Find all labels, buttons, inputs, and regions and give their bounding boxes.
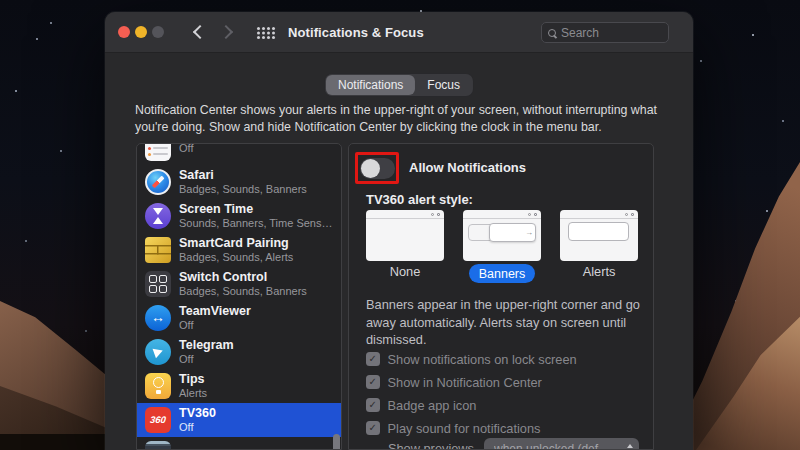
allow-notifications-toggle[interactable] (360, 158, 395, 179)
show-all-grid-icon[interactable] (257, 27, 260, 30)
checkbox-play-sound[interactable]: ✓ Play sound for notifications (366, 421, 577, 435)
screen-time-icon (145, 203, 171, 229)
alert-style-options: None Banners Alerts (366, 264, 638, 283)
app-list: Off Safari Badges, Sounds, Banners Scree… (136, 143, 342, 450)
teamviewer-icon (145, 305, 171, 331)
style-option-banners[interactable]: Banners (463, 264, 541, 283)
menubar-icons (625, 213, 635, 217)
list-item-safari[interactable]: Safari Badges, Sounds, Banners (137, 165, 341, 199)
tips-icon (145, 373, 171, 399)
tab-bar: Notifications Focus (325, 74, 473, 96)
telegram-icon (145, 339, 171, 365)
search-input[interactable] (561, 26, 662, 40)
stars (0, 0, 2, 2)
switch-control-icon (145, 271, 171, 297)
selected-style-pill: Banners (469, 264, 536, 283)
highlight-box (355, 152, 399, 184)
checkbox-notification-center[interactable]: ✓ Show in Notification Center (366, 375, 577, 389)
toggle-knob (361, 159, 380, 178)
search-icon (548, 29, 556, 37)
intro-text: Notification Center shows your alerts in… (135, 102, 657, 136)
checkbox-icon: ✓ (366, 352, 380, 366)
list-item-telegram[interactable]: Telegram Off (137, 335, 341, 369)
checkbox-icon: ✓ (366, 375, 380, 389)
alert-style-alerts-preview[interactable] (560, 210, 638, 261)
list-item-switch-control[interactable]: Switch Control Badges, Sounds, Banners (137, 267, 341, 301)
title-bar: Notifications & Focus (105, 12, 693, 53)
tv360-icon (145, 407, 171, 433)
alert-style-previews: → (366, 210, 638, 261)
show-previews-label: Show previews (349, 441, 474, 450)
menubar-icons (528, 213, 538, 217)
close-button[interactable] (118, 26, 130, 38)
back-button[interactable] (193, 25, 207, 39)
banner-arrow-icon: → (525, 228, 533, 237)
notification-settings-panel: Allow Notifications TV360 alert style: → (348, 143, 654, 450)
sidebar-scrollbar[interactable] (333, 434, 340, 450)
list-item-screen-time[interactable]: Screen Time Sounds, Banners, Time Sens… (137, 199, 341, 233)
list-item-reminders[interactable]: Off (137, 143, 341, 165)
minimize-button[interactable] (135, 26, 147, 38)
preferences-window: Notifications & Focus Notifications Focu… (105, 12, 693, 450)
wallet-icon (145, 441, 171, 450)
list-item-tv360[interactable]: TV360 Off (137, 403, 341, 437)
chevron-up-down-icon (627, 444, 633, 450)
style-description: Banners appear in the upper-right corner… (366, 296, 640, 349)
forward-button[interactable] (219, 25, 233, 39)
checkbox-badge-app-icon[interactable]: ✓ Badge app icon (366, 398, 577, 412)
smartcard-icon (145, 237, 171, 263)
show-previews-row: Show previews when unlocked (def… (349, 438, 653, 450)
alert-style-banners-preview[interactable]: → (463, 210, 541, 261)
search-field[interactable] (541, 22, 669, 43)
show-previews-dropdown[interactable]: when unlocked (def… (484, 438, 639, 450)
notification-options: ✓ Show notifications on lock screen ✓ Sh… (366, 352, 577, 444)
window-title: Notifications & Focus (288, 25, 424, 40)
tab-focus[interactable]: Focus (415, 75, 472, 95)
tab-notifications[interactable]: Notifications (326, 75, 415, 95)
checkbox-icon: ✓ (366, 421, 380, 435)
checkbox-lock-screen[interactable]: ✓ Show notifications on lock screen (366, 352, 577, 366)
style-option-none[interactable]: None (366, 264, 444, 283)
checkbox-icon: ✓ (366, 398, 380, 412)
menubar-icons (431, 213, 441, 217)
list-item-smartcard-pairing[interactable]: SmartCard Pairing Badges, Sounds, Alerts (137, 233, 341, 267)
reminders-icon (145, 143, 171, 161)
alert-style-none-preview[interactable] (366, 210, 444, 261)
allow-notifications-label: Allow Notifications (409, 160, 526, 175)
alert-card (568, 222, 629, 241)
zoom-button[interactable] (152, 26, 164, 38)
list-item-wallet[interactable]: Wallet (137, 437, 341, 450)
style-option-alerts[interactable]: Alerts (560, 264, 638, 283)
alert-style-label: TV360 alert style: (366, 192, 473, 207)
safari-icon (145, 169, 171, 195)
list-item-teamviewer[interactable]: TeamViewer Off (137, 301, 341, 335)
list-item-tips[interactable]: Tips Alerts (137, 369, 341, 403)
dropdown-value: when unlocked (def… (494, 442, 627, 450)
